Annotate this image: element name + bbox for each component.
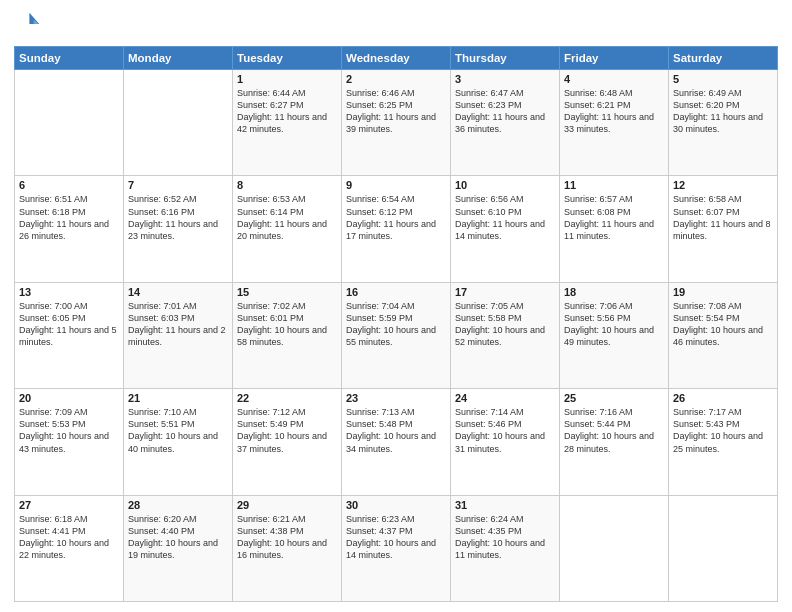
calendar-cell: 12Sunrise: 6:58 AMSunset: 6:07 PMDayligh… [669, 176, 778, 282]
day-number: 1 [237, 73, 337, 85]
calendar-cell: 6Sunrise: 6:51 AMSunset: 6:18 PMDaylight… [15, 176, 124, 282]
cell-content: Sunrise: 6:48 AMSunset: 6:21 PMDaylight:… [564, 87, 664, 136]
day-number: 28 [128, 499, 228, 511]
cell-content: Sunrise: 6:49 AMSunset: 6:20 PMDaylight:… [673, 87, 773, 136]
day-number: 15 [237, 286, 337, 298]
logo-icon [14, 10, 42, 38]
cell-content: Sunrise: 6:53 AMSunset: 6:14 PMDaylight:… [237, 193, 337, 242]
day-number: 14 [128, 286, 228, 298]
logo [14, 10, 44, 38]
calendar-week-row: 13Sunrise: 7:00 AMSunset: 6:05 PMDayligh… [15, 282, 778, 388]
cell-content: Sunrise: 7:08 AMSunset: 5:54 PMDaylight:… [673, 300, 773, 349]
cell-content: Sunrise: 6:51 AMSunset: 6:18 PMDaylight:… [19, 193, 119, 242]
calendar-cell: 14Sunrise: 7:01 AMSunset: 6:03 PMDayligh… [124, 282, 233, 388]
weekday-header: Tuesday [233, 47, 342, 70]
day-number: 11 [564, 179, 664, 191]
day-number: 17 [455, 286, 555, 298]
calendar-cell: 2Sunrise: 6:46 AMSunset: 6:25 PMDaylight… [342, 70, 451, 176]
day-number: 25 [564, 392, 664, 404]
day-number: 22 [237, 392, 337, 404]
calendar-cell: 30Sunrise: 6:23 AMSunset: 4:37 PMDayligh… [342, 495, 451, 601]
calendar-cell: 20Sunrise: 7:09 AMSunset: 5:53 PMDayligh… [15, 389, 124, 495]
cell-content: Sunrise: 7:04 AMSunset: 5:59 PMDaylight:… [346, 300, 446, 349]
cell-content: Sunrise: 6:23 AMSunset: 4:37 PMDaylight:… [346, 513, 446, 562]
cell-content: Sunrise: 7:01 AMSunset: 6:03 PMDaylight:… [128, 300, 228, 349]
calendar-cell: 3Sunrise: 6:47 AMSunset: 6:23 PMDaylight… [451, 70, 560, 176]
calendar-cell: 19Sunrise: 7:08 AMSunset: 5:54 PMDayligh… [669, 282, 778, 388]
day-number: 2 [346, 73, 446, 85]
calendar-cell: 29Sunrise: 6:21 AMSunset: 4:38 PMDayligh… [233, 495, 342, 601]
cell-content: Sunrise: 7:02 AMSunset: 6:01 PMDaylight:… [237, 300, 337, 349]
day-number: 31 [455, 499, 555, 511]
cell-content: Sunrise: 6:54 AMSunset: 6:12 PMDaylight:… [346, 193, 446, 242]
day-number: 30 [346, 499, 446, 511]
calendar-cell: 26Sunrise: 7:17 AMSunset: 5:43 PMDayligh… [669, 389, 778, 495]
calendar-cell: 11Sunrise: 6:57 AMSunset: 6:08 PMDayligh… [560, 176, 669, 282]
cell-content: Sunrise: 6:21 AMSunset: 4:38 PMDaylight:… [237, 513, 337, 562]
weekday-header: Sunday [15, 47, 124, 70]
cell-content: Sunrise: 6:58 AMSunset: 6:07 PMDaylight:… [673, 193, 773, 242]
day-number: 9 [346, 179, 446, 191]
weekday-header: Wednesday [342, 47, 451, 70]
day-number: 5 [673, 73, 773, 85]
weekday-header: Friday [560, 47, 669, 70]
cell-content: Sunrise: 7:12 AMSunset: 5:49 PMDaylight:… [237, 406, 337, 455]
calendar-cell: 28Sunrise: 6:20 AMSunset: 4:40 PMDayligh… [124, 495, 233, 601]
day-number: 16 [346, 286, 446, 298]
calendar-week-row: 6Sunrise: 6:51 AMSunset: 6:18 PMDaylight… [15, 176, 778, 282]
cell-content: Sunrise: 7:14 AMSunset: 5:46 PMDaylight:… [455, 406, 555, 455]
calendar-cell: 18Sunrise: 7:06 AMSunset: 5:56 PMDayligh… [560, 282, 669, 388]
cell-content: Sunrise: 6:47 AMSunset: 6:23 PMDaylight:… [455, 87, 555, 136]
day-number: 26 [673, 392, 773, 404]
day-number: 27 [19, 499, 119, 511]
cell-content: Sunrise: 6:56 AMSunset: 6:10 PMDaylight:… [455, 193, 555, 242]
cell-content: Sunrise: 6:46 AMSunset: 6:25 PMDaylight:… [346, 87, 446, 136]
calendar-cell: 9Sunrise: 6:54 AMSunset: 6:12 PMDaylight… [342, 176, 451, 282]
cell-content: Sunrise: 6:44 AMSunset: 6:27 PMDaylight:… [237, 87, 337, 136]
calendar-cell: 25Sunrise: 7:16 AMSunset: 5:44 PMDayligh… [560, 389, 669, 495]
cell-content: Sunrise: 7:13 AMSunset: 5:48 PMDaylight:… [346, 406, 446, 455]
calendar-cell: 13Sunrise: 7:00 AMSunset: 6:05 PMDayligh… [15, 282, 124, 388]
cell-content: Sunrise: 6:20 AMSunset: 4:40 PMDaylight:… [128, 513, 228, 562]
day-number: 23 [346, 392, 446, 404]
calendar-cell: 16Sunrise: 7:04 AMSunset: 5:59 PMDayligh… [342, 282, 451, 388]
calendar-header-row: SundayMondayTuesdayWednesdayThursdayFrid… [15, 47, 778, 70]
day-number: 29 [237, 499, 337, 511]
weekday-header: Saturday [669, 47, 778, 70]
day-number: 18 [564, 286, 664, 298]
cell-content: Sunrise: 6:57 AMSunset: 6:08 PMDaylight:… [564, 193, 664, 242]
day-number: 19 [673, 286, 773, 298]
calendar-cell: 4Sunrise: 6:48 AMSunset: 6:21 PMDaylight… [560, 70, 669, 176]
calendar-cell: 10Sunrise: 6:56 AMSunset: 6:10 PMDayligh… [451, 176, 560, 282]
calendar-cell [124, 70, 233, 176]
day-number: 21 [128, 392, 228, 404]
calendar-cell: 31Sunrise: 6:24 AMSunset: 4:35 PMDayligh… [451, 495, 560, 601]
day-number: 13 [19, 286, 119, 298]
calendar-week-row: 1Sunrise: 6:44 AMSunset: 6:27 PMDaylight… [15, 70, 778, 176]
calendar-cell: 23Sunrise: 7:13 AMSunset: 5:48 PMDayligh… [342, 389, 451, 495]
day-number: 3 [455, 73, 555, 85]
calendar-cell [15, 70, 124, 176]
calendar-cell: 21Sunrise: 7:10 AMSunset: 5:51 PMDayligh… [124, 389, 233, 495]
calendar-cell: 22Sunrise: 7:12 AMSunset: 5:49 PMDayligh… [233, 389, 342, 495]
cell-content: Sunrise: 7:05 AMSunset: 5:58 PMDaylight:… [455, 300, 555, 349]
calendar-week-row: 20Sunrise: 7:09 AMSunset: 5:53 PMDayligh… [15, 389, 778, 495]
day-number: 10 [455, 179, 555, 191]
day-number: 7 [128, 179, 228, 191]
calendar-cell: 17Sunrise: 7:05 AMSunset: 5:58 PMDayligh… [451, 282, 560, 388]
cell-content: Sunrise: 7:17 AMSunset: 5:43 PMDaylight:… [673, 406, 773, 455]
calendar-cell: 7Sunrise: 6:52 AMSunset: 6:16 PMDaylight… [124, 176, 233, 282]
calendar-cell: 1Sunrise: 6:44 AMSunset: 6:27 PMDaylight… [233, 70, 342, 176]
calendar-cell: 24Sunrise: 7:14 AMSunset: 5:46 PMDayligh… [451, 389, 560, 495]
cell-content: Sunrise: 6:24 AMSunset: 4:35 PMDaylight:… [455, 513, 555, 562]
calendar-cell: 27Sunrise: 6:18 AMSunset: 4:41 PMDayligh… [15, 495, 124, 601]
day-number: 24 [455, 392, 555, 404]
day-number: 6 [19, 179, 119, 191]
cell-content: Sunrise: 7:06 AMSunset: 5:56 PMDaylight:… [564, 300, 664, 349]
cell-content: Sunrise: 7:16 AMSunset: 5:44 PMDaylight:… [564, 406, 664, 455]
day-number: 8 [237, 179, 337, 191]
calendar-table: SundayMondayTuesdayWednesdayThursdayFrid… [14, 46, 778, 602]
calendar-cell [669, 495, 778, 601]
day-number: 20 [19, 392, 119, 404]
day-number: 4 [564, 73, 664, 85]
